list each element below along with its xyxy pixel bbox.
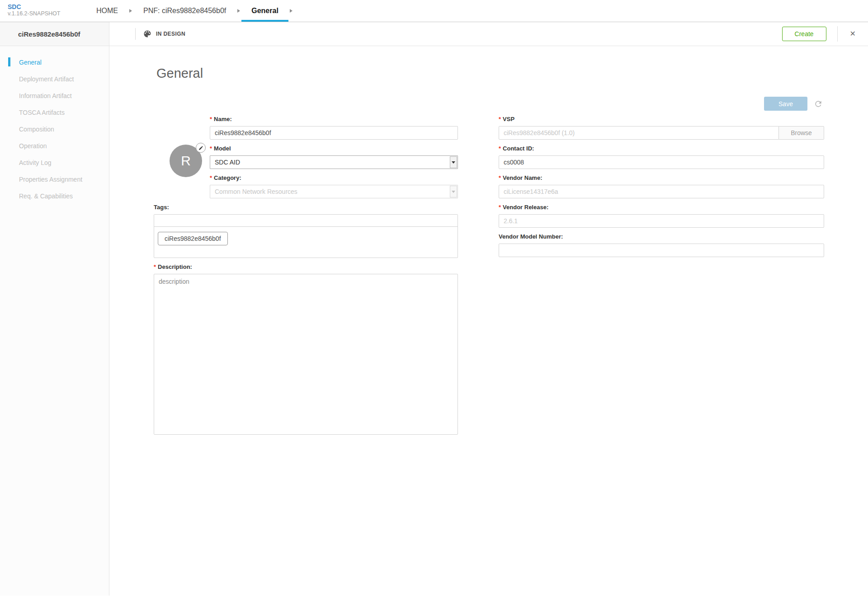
description-textarea[interactable] (154, 274, 458, 435)
vendor-release-input (499, 214, 824, 228)
required-mark: * (499, 145, 501, 152)
required-mark: * (210, 116, 212, 122)
required-mark: * (499, 204, 501, 211)
vendor-release-field: *Vendor Release: (499, 204, 824, 228)
sidebar-item-activity-log[interactable]: Activity Log (0, 154, 109, 171)
tag-chip[interactable]: ciRes9882e8456b0f (158, 232, 228, 245)
vendor-model-number-input[interactable] (499, 244, 824, 257)
tab-home[interactable]: HOME (86, 0, 128, 22)
required-mark: * (210, 145, 212, 152)
divider (135, 28, 136, 40)
caret-down-icon[interactable] (450, 156, 457, 168)
vendor-model-number-label: Vendor Model Number: (499, 233, 824, 240)
contact-id-field: *Contact ID: (499, 145, 824, 169)
name-field: *Name: (210, 116, 458, 140)
description-label: *Description: (154, 263, 458, 271)
column-gap (458, 116, 499, 440)
breadcrumb: HOME PNF: ciRes9882e8456b0f General (86, 0, 294, 22)
page-title: General (156, 66, 868, 81)
lifecycle-status-badge: IN DESIGN (156, 31, 185, 37)
category-field: *Category: Common Network Resources (210, 174, 458, 198)
model-select[interactable]: SDC AID (210, 155, 458, 169)
vendor-name-label: *Vendor Name: (499, 174, 824, 182)
category-label: *Category: (210, 174, 458, 182)
tags-container: ciRes9882e8456b0f (154, 214, 458, 258)
vendor-model-number-field: Vendor Model Number: (499, 233, 824, 257)
sidebar-item-deployment-artifact[interactable]: Deployment Artifact (0, 70, 109, 87)
model-selected-value: SDC AID (215, 159, 240, 166)
name-input[interactable] (210, 126, 458, 140)
avatar-letter: R (181, 153, 191, 169)
avatar: R (170, 145, 202, 177)
content-header: IN DESIGN Create ✕ (109, 22, 868, 46)
vsp-field: *VSP Browse (499, 116, 824, 140)
model-label: *Model (210, 145, 458, 152)
category-select: Common Network Resources (210, 185, 458, 198)
tab-pnf-resource[interactable]: PNF: ciRes9882e8456b0f (133, 0, 236, 22)
required-mark: * (499, 116, 501, 122)
sidebar-item-req-capabilities[interactable]: Req. & Capabilities (0, 188, 109, 204)
sidebar-item-tosca-artifacts[interactable]: TOSCA Artifacts (0, 104, 109, 121)
caret-down-icon (450, 186, 457, 197)
vendor-name-field: *Vendor Name: (499, 174, 824, 198)
edit-avatar-button[interactable] (196, 143, 206, 153)
breadcrumb-arrow-icon (290, 9, 292, 13)
refresh-icon[interactable] (814, 99, 823, 108)
breadcrumb-arrow-icon (237, 9, 240, 13)
create-button[interactable]: Create (782, 27, 826, 41)
sidebar-item-operation[interactable]: Operation (0, 137, 109, 154)
vsp-input-group: Browse (499, 126, 824, 140)
general-form: R *Name: *Model (109, 116, 868, 440)
name-label: *Name: (210, 116, 458, 123)
model-field: *Model SDC AID (210, 145, 458, 169)
save-button[interactable]: Save (764, 97, 807, 111)
tags-label: Tags: (154, 204, 458, 211)
form-left-column: R *Name: *Model (154, 116, 458, 440)
required-mark: * (210, 174, 212, 181)
sidebar-item-composition[interactable]: Composition (0, 121, 109, 137)
vendor-release-label: *Vendor Release: (499, 204, 824, 211)
browse-button[interactable]: Browse (779, 126, 824, 140)
description-field: *Description: (154, 263, 458, 435)
sidebar-item-information-artifact[interactable]: Information Artifact (0, 87, 109, 104)
main-content: General Save R (109, 46, 868, 596)
sidebar-menu: General Deployment Artifact Information … (0, 46, 109, 596)
required-mark: * (499, 174, 501, 181)
logo-title: SDC (8, 3, 86, 10)
palette-icon (143, 29, 152, 38)
sdc-logo: SDC v.1.16.2-SNAPSHOT (8, 0, 86, 22)
tab-general[interactable]: General (241, 0, 288, 22)
tags-input[interactable] (154, 215, 458, 227)
active-indicator (8, 57, 10, 66)
category-selected-value: Common Network Resources (215, 188, 297, 195)
contact-id-label: *Contact ID: (499, 145, 824, 152)
vsp-label: *VSP (499, 116, 824, 123)
save-row: Save (109, 97, 868, 111)
required-mark: * (154, 263, 156, 270)
logo-version: v.1.16.2-SNAPSHOT (8, 10, 86, 17)
resource-name-header: ciRes9882e8456b0f (0, 22, 109, 46)
breadcrumb-arrow-icon (129, 9, 132, 13)
pencil-icon (198, 145, 203, 150)
top-nav-bar: SDC v.1.16.2-SNAPSHOT HOME PNF: ciRes988… (0, 0, 868, 22)
vendor-name-input (499, 185, 824, 198)
divider (837, 26, 838, 42)
workspace-header: ciRes9882e8456b0f IN DESIGN Create ✕ (0, 22, 868, 46)
sidebar-item-general[interactable]: General (0, 54, 109, 70)
contact-id-input[interactable] (499, 155, 824, 169)
tags-field: Tags: ciRes9882e8456b0f (154, 204, 458, 258)
sidebar-item-properties-assignment[interactable]: Properties Assignment (0, 171, 109, 188)
close-icon[interactable]: ✕ (850, 30, 856, 38)
vsp-input (499, 126, 779, 140)
form-right-column: *VSP Browse *Contact ID: *Vendor Nam (499, 116, 824, 440)
